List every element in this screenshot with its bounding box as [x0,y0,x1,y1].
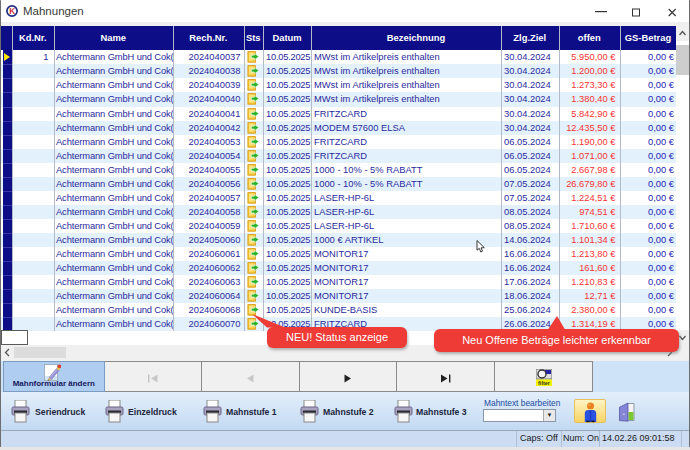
svg-text:filter: filter [538,380,551,386]
svg-text:K: K [9,7,15,16]
